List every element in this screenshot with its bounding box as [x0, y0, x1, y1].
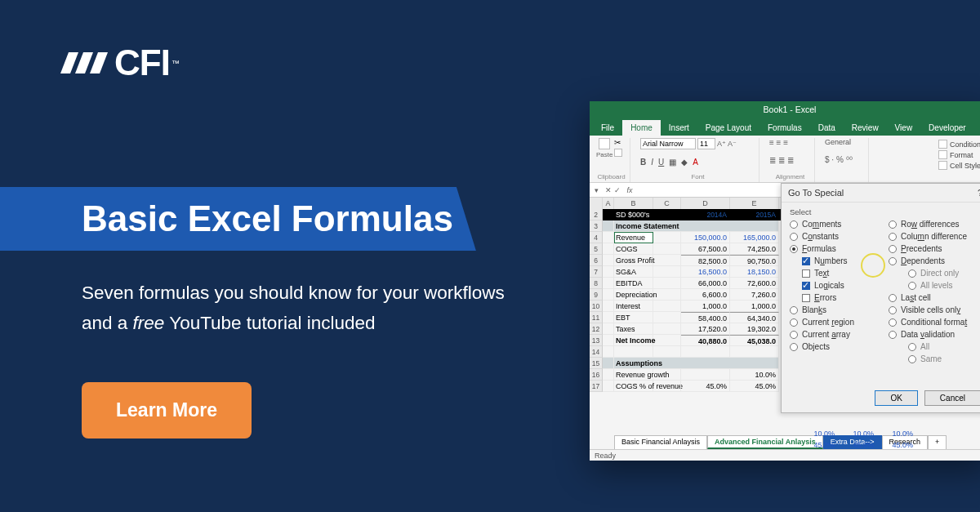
paste-icon[interactable] — [599, 138, 610, 149]
excel-tab-insert[interactable]: Insert — [661, 120, 697, 136]
excel-screenshot: Book1 - Excel File Home Insert Page Layo… — [590, 101, 980, 461]
dialog-radio[interactable]: Row differences — [889, 220, 980, 229]
dialog-radio[interactable]: All levels — [889, 281, 980, 290]
learn-more-button[interactable]: Learn More — [82, 382, 252, 439]
logo-trademark: ™ — [172, 59, 180, 68]
dialog-radio[interactable]: Constants — [790, 232, 882, 241]
excel-tab-home[interactable]: Home — [622, 120, 661, 136]
excel-tab-view[interactable]: View — [887, 120, 921, 136]
dialog-checkbox[interactable]: Numbers — [790, 256, 882, 265]
fill-color-icon[interactable]: ◆ — [681, 158, 688, 167]
dialog-checkbox[interactable]: Logicals — [790, 281, 882, 290]
dialog-radio[interactable]: Visible cells only — [889, 305, 980, 314]
dialog-radio[interactable]: Formulas — [790, 244, 882, 253]
sheet-tab[interactable]: Basic Financial Anlaysis — [614, 435, 707, 449]
underline-button[interactable]: U — [658, 158, 664, 167]
hero-title-ribbon: Basic Excel Formulas — [0, 187, 476, 251]
goto-special-dialog: Go To Special ? Select CommentsConstants… — [781, 183, 980, 413]
excel-tab-developer[interactable]: Developer — [920, 120, 974, 136]
logo-bars-icon — [59, 49, 108, 77]
dialog-radio[interactable]: Current region — [790, 318, 882, 327]
dialog-radio[interactable]: Data validation — [889, 330, 980, 339]
brand-logo: CFI ™ — [59, 42, 180, 83]
dialog-radio[interactable]: Last cell — [889, 293, 980, 302]
dialog-radio[interactable]: Same — [889, 354, 980, 363]
conditional-formatting-icon[interactable] — [938, 140, 947, 149]
italic-button[interactable]: I — [651, 158, 653, 167]
sheet-add-button[interactable]: + — [928, 435, 947, 449]
excel-tab-data[interactable]: Data — [810, 120, 844, 136]
dialog-title: Go To Special — [788, 188, 844, 198]
dialog-ok-button[interactable]: OK — [875, 390, 917, 406]
dialog-cancel-button[interactable]: Cancel — [924, 390, 980, 406]
hero-subtitle: Seven formulas you should know for your … — [82, 278, 506, 338]
excel-tab-formulas[interactable]: Formulas — [760, 120, 810, 136]
dialog-radio[interactable]: All — [889, 342, 980, 351]
excel-tab-file[interactable]: File — [593, 120, 622, 136]
font-name-input[interactable] — [640, 138, 696, 149]
excel-tab-pagelayout[interactable]: Page Layout — [697, 120, 760, 136]
dialog-radio[interactable]: Objects — [790, 342, 882, 351]
cut-icon[interactable]: ✂ — [614, 138, 622, 147]
format-table-icon[interactable] — [938, 150, 947, 159]
dialog-radio[interactable]: Current array — [790, 330, 882, 339]
font-color-icon[interactable]: A — [693, 158, 698, 167]
logo-text: CFI — [114, 42, 170, 83]
dialog-checkbox[interactable]: Text — [790, 269, 882, 278]
dialog-radio[interactable]: Comments — [790, 220, 882, 229]
dialog-radio[interactable]: Dependents — [889, 256, 980, 265]
dialog-radio[interactable]: Conditional format — [889, 318, 980, 327]
font-size-input[interactable] — [697, 138, 715, 149]
copy-icon[interactable] — [614, 149, 622, 157]
excel-ribbon: Paste ✂ Clipboard A⁺ A⁻ B I U ▦ ◆ — [590, 136, 980, 183]
excel-ribbon-tabs: File Home Insert Page Layout Formulas Da… — [590, 118, 980, 136]
excel-tab-review[interactable]: Review — [844, 120, 887, 136]
excel-window-title: Book1 - Excel — [590, 101, 980, 118]
cell-styles-icon[interactable] — [938, 161, 947, 170]
dialog-checkbox[interactable]: Errors — [790, 293, 882, 302]
dialog-radio[interactable]: Direct only — [889, 269, 980, 278]
dialog-radio[interactable]: Blanks — [790, 305, 882, 314]
dialog-radio[interactable]: Column difference — [889, 232, 980, 241]
border-icon[interactable]: ▦ — [669, 158, 676, 167]
status-bar: Ready — [590, 449, 980, 461]
dialog-radio[interactable]: Precedents — [889, 244, 980, 253]
hero-title: Basic Excel Formulas — [82, 198, 453, 239]
bold-button[interactable]: B — [640, 158, 646, 167]
